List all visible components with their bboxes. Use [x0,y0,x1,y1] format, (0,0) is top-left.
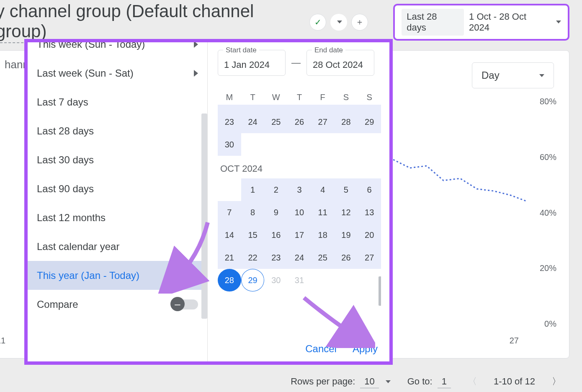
day-cell[interactable]: 23 [264,246,288,269]
day-cell: 30 [264,269,288,291]
preset-item[interactable]: Last 7 days [28,88,207,116]
dropdown-more-button[interactable] [330,14,347,31]
day-cell[interactable]: 1 [241,178,265,201]
day-cell[interactable]: 16 [264,224,288,246]
report-title[interactable]: y channel group (Default channel group) [0,1,309,43]
end-date-input[interactable]: End date 28 Oct 2024 [306,50,374,76]
day-cell[interactable]: 14 [218,224,241,246]
add-button[interactable]: ＋ [351,14,368,31]
day-cell[interactable]: 22 [358,105,381,111]
goto-page[interactable]: Go to: 1 [407,375,451,388]
day-cell[interactable]: 28 [335,111,358,133]
day-cell[interactable]: 22 [241,246,265,269]
start-date-value: 1 Jan 2024 [224,59,270,70]
day-cell[interactable]: 18 [311,224,335,246]
preset-item[interactable]: Last calendar year [28,232,207,261]
range-dash: — [291,57,301,68]
day-cell[interactable]: 5 [335,178,358,201]
day-cell: 31 [288,269,311,291]
day-cell[interactable]: 26 [335,246,358,269]
status-check-button[interactable]: ✓ [309,14,326,31]
day-cell[interactable]: 21 [335,105,358,111]
preset-item[interactable]: This week (Sun - Today) [28,42,207,59]
plus-icon: ＋ [355,16,364,28]
day-cell[interactable]: 17 [241,105,265,111]
day-cell[interactable]: 11 [311,201,335,224]
page-range-text: 1-10 of 12 [494,376,535,387]
weekday-cell: T [288,93,311,102]
day-cell[interactable]: 27 [311,111,335,133]
preset-label: Last 90 days [37,183,94,195]
day-cell[interactable]: 8 [241,201,265,224]
preset-item[interactable]: This year (Jan - Today) [28,261,207,290]
day-cell[interactable]: 29 [241,269,265,291]
day-cell[interactable]: 9 [264,201,288,224]
apply-button[interactable]: Apply [353,343,378,355]
start-date-input[interactable]: Start date 1 Jan 2024 [218,50,286,76]
end-date-value: 28 Oct 2024 [313,59,363,70]
day-cell[interactable]: 24 [241,111,265,133]
day-cell[interactable]: 26 [288,111,311,133]
day-cell[interactable]: 16 [218,105,241,111]
day-cell[interactable]: 28 [218,269,241,291]
month-label: OCT 2024 [220,163,381,174]
date-range-preset-badge: Last 28 days [402,9,464,36]
day-cell[interactable]: 20 [311,105,335,111]
day-cell[interactable]: 19 [288,105,311,111]
preset-item[interactable]: Last 12 months [28,203,207,232]
day-cell[interactable]: 3 [288,178,311,201]
weekday-header: MTWTFSS [218,93,381,102]
day-cell[interactable]: 13 [358,201,381,224]
next-page-icon[interactable]: 〉 [552,375,561,388]
rows-per-page[interactable]: Rows per page: 10 [291,375,391,388]
compare-toggle[interactable]: – [172,299,198,309]
preset-item[interactable]: Last 28 days [28,116,207,145]
day-cell[interactable]: 12 [335,201,358,224]
compare-label: Compare [37,299,78,310]
weekday-cell: M [218,93,241,102]
prev-page-icon[interactable]: 〈 [468,375,477,388]
toggle-knob: – [170,297,185,311]
preset-item[interactable]: Last 90 days [28,174,207,203]
cancel-button[interactable]: Cancel [305,343,337,355]
day-cell[interactable]: 10 [288,201,311,224]
preset-column: This week (Sun - Today)Last week (Sun - … [28,42,208,361]
day-cell[interactable]: 4 [311,178,335,201]
preset-item[interactable]: Last week (Sun - Sat) [28,59,207,88]
preset-item[interactable]: Last 30 days [28,145,207,174]
day-cell[interactable]: 24 [288,246,311,269]
chevron-right-icon [194,70,198,77]
preset-label: Last 28 days [37,125,94,137]
chart-line-series [393,155,536,206]
end-date-label: End date [312,46,345,54]
weekday-cell: T [241,93,265,102]
calendar-scroll[interactable]: 161718192021222324252627282930OCT 202412… [218,105,381,306]
date-range-selector[interactable]: Last 28 days 1 Oct - 28 Oct 2024 [393,4,569,41]
day-cell[interactable]: 15 [241,224,265,246]
calendar-scrollbar[interactable] [379,276,381,306]
date-range-modal: This week (Sun - Today)Last week (Sun - … [24,39,393,365]
day-cell[interactable]: 23 [218,111,241,133]
report-header: y channel group (Default channel group) … [0,0,582,40]
day-cell[interactable]: 2 [264,178,288,201]
day-cell[interactable]: 27 [358,246,381,269]
day-cell[interactable]: 18 [264,105,288,111]
day-cell[interactable]: 7 [218,201,241,224]
check-icon: ✓ [314,17,322,27]
header-controls: ✓ ＋ Last 28 days 1 Oct - 28 Oct 2024 [309,4,569,41]
day-cell[interactable]: 30 [218,133,241,156]
day-cell[interactable]: 6 [358,178,381,201]
day-cell[interactable]: 29 [358,111,381,133]
day-cell[interactable]: 17 [288,224,311,246]
preset-label: Last week (Sun - Sat) [37,67,134,79]
scrollbar[interactable] [201,113,207,319]
day-cell[interactable]: 19 [335,224,358,246]
day-cell[interactable]: 25 [311,246,335,269]
preset-label: This year (Jan - Today) [37,270,139,281]
weekday-cell: S [335,93,358,102]
day-cell[interactable]: 20 [358,224,381,246]
granularity-value: Day [482,70,500,81]
granularity-dropdown[interactable]: Day [472,62,554,88]
day-cell[interactable]: 21 [218,246,241,269]
day-cell[interactable]: 25 [264,111,288,133]
